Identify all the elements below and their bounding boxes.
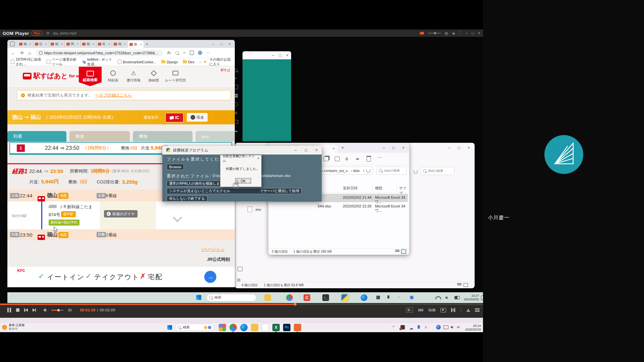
taskbar-clipchamp-icon[interactable]: C <box>304 294 310 301</box>
explorer-back-maximize-button[interactable]: □ <box>458 145 460 150</box>
tab-close-icon[interactable]: × <box>29 42 31 46</box>
browser-tab[interactable]: 福山× <box>17 41 33 47</box>
eject-icon[interactable]: ▲ <box>467 308 470 312</box>
rename-icon[interactable]: A̲ <box>345 157 348 161</box>
tray-clock[interactable]: 22:27 2023/02/02 <box>463 294 479 301</box>
vr360-button[interactable]: 360 <box>418 308 424 312</box>
explorer-back-minimize-button[interactable]: – <box>448 145 450 150</box>
dialog-maximize-button[interactable]: □ <box>305 148 307 153</box>
ekispert-logo-text[interactable]: 駅すぱあと <box>34 71 68 80</box>
tray-app-icon[interactable] <box>400 325 405 329</box>
tab-close-icon[interactable]: × <box>92 42 94 46</box>
overflow-chevron-icon[interactable]: › <box>200 60 201 64</box>
playlist-icon[interactable] <box>475 308 480 312</box>
tab-close-icon[interactable]: × <box>333 146 335 150</box>
favorite-star-icon[interactable]: ☆ <box>183 51 186 55</box>
browser-tab[interactable]: 広島× <box>33 41 49 47</box>
tab-transfer[interactable]: 乗換 <box>133 131 193 142</box>
explorer-search-box[interactable]: dataの検索 <box>376 167 407 175</box>
nav-route-search[interactable]: 経路検索 <box>79 67 102 86</box>
other-favorites-label[interactable]: その他のお気に入り <box>209 57 231 67</box>
column-date[interactable]: 更新日時 <box>343 186 358 191</box>
cash-fare-button[interactable]: 現金 <box>187 113 208 122</box>
maximize-button[interactable]: □ <box>472 31 474 35</box>
pause-button[interactable] <box>7 308 11 312</box>
tab-close-icon[interactable]: × <box>140 43 142 46</box>
sidebar-plus-icon[interactable]: + <box>234 77 237 80</box>
teal-maximize-button[interactable]: □ <box>279 53 281 58</box>
tray-chevron-icon[interactable]: ^ <box>392 325 394 329</box>
start-button[interactable] <box>167 325 172 330</box>
taskbar-search[interactable]: 検索 <box>175 324 214 331</box>
completion-popup[interactable]: 自動交通費計算システム × 作業が終了しました。 OK <box>220 155 262 187</box>
large-icons-view-icon[interactable] <box>464 283 468 287</box>
taskbar-gom-icon[interactable] <box>294 324 301 331</box>
taskbar-python-icon[interactable] <box>341 294 348 301</box>
large-icons-view-icon[interactable] <box>401 250 406 253</box>
explorer-back-panel-icon[interactable] <box>237 267 243 271</box>
kfc-banner[interactable]: KFC ✓ イートイン ✓ テイクアウト ✗ 宅配 → <box>7 267 235 287</box>
taskbar-photoshop-icon[interactable]: Ps <box>283 324 290 331</box>
tray-sync-icon[interactable]: ⇄ <box>457 325 460 329</box>
tray-teams-icon[interactable] <box>376 296 380 299</box>
tab-arrival[interactable]: 到着 <box>7 131 66 142</box>
back-icon[interactable]: ← <box>11 50 15 56</box>
nav-route-lab[interactable]: ルート研究所 <box>164 69 187 83</box>
reader-icon[interactable]: A) <box>167 51 171 55</box>
timetable-button[interactable]: ▶前後のダイヤ <box>104 210 138 218</box>
seekbar-handle[interactable] <box>294 303 297 306</box>
more-options-icon[interactable]: ⋯ <box>377 155 382 160</box>
taskbar-edge-icon[interactable] <box>240 324 248 331</box>
explorer-close-button[interactable]: × <box>402 145 405 150</box>
departure-station[interactable]: 徳山 <box>47 192 58 199</box>
zoom-icon[interactable] <box>175 51 179 55</box>
mini-slider[interactable] <box>428 33 441 34</box>
delete-icon[interactable] <box>367 156 371 162</box>
tab-close-icon[interactable]: × <box>45 42 47 46</box>
fullscreen-icon[interactable]: ⛶ <box>459 31 462 35</box>
browser-tab-active[interactable]: 徳山× <box>128 41 144 48</box>
help-link[interactable]: ヘルプ詳細はこちら <box>95 93 132 98</box>
breadcrumb[interactable]: « compare_rpa_v... › data ∨ <box>319 167 373 175</box>
taskbar-terminal-icon[interactable]: >_ <box>322 294 329 301</box>
popup-close-icon[interactable]: × <box>257 157 259 160</box>
gom-video-area[interactable]: – □ × + ⚙ ☁ – □ × <box>0 37 483 303</box>
tab-fare[interactable]: 料金 <box>69 131 130 142</box>
dialog-close-button[interactable]: × <box>315 148 318 153</box>
avatar[interactable] <box>198 51 202 55</box>
new-tab-icon[interactable]: + <box>146 42 148 47</box>
taskbar-search[interactable]: 検索 <box>207 294 256 301</box>
taskbar-folder-icon[interactable] <box>251 324 258 331</box>
table-row[interactable]: 544.xlsx 2023/02/02 22:26 Microsoft Exce… <box>270 202 408 211</box>
bookmark-item[interactable]: 1970年代に録音され... <box>11 57 42 67</box>
more-options-icon[interactable]: ⋯ <box>206 51 210 55</box>
copy-icon[interactable] <box>324 157 329 161</box>
tray-mic-icon[interactable] <box>387 295 389 299</box>
explorer-back-search-box[interactable]: distの検索 <box>420 167 454 175</box>
snapshot-icon[interactable] <box>440 308 446 312</box>
bookmark-item[interactable]: Django <box>161 60 178 64</box>
tab-list-icon[interactable] <box>10 42 15 46</box>
tray-volume-icon[interactable]: ) <box>450 325 453 328</box>
browser-minimize-button[interactable]: – <box>212 42 214 46</box>
browser-tab[interactable]: 福山× <box>49 41 65 47</box>
bookmark-item[interactable]: Dev <box>183 60 195 64</box>
browser-tab[interactable]: 福山× <box>80 41 96 47</box>
minimize-button[interactable]: – <box>466 31 468 36</box>
tab-close-icon[interactable]: × <box>108 42 110 46</box>
tray-wifi-icon[interactable] <box>435 296 441 299</box>
taskbar-chrome-icon[interactable] <box>286 294 293 301</box>
browse-button[interactable]: Browse <box>167 164 184 170</box>
browser-tab[interactable]: 福山× <box>112 41 128 47</box>
tray-a-icon[interactable]: A <box>425 325 427 329</box>
nav-operation-info[interactable]: ⚠ 運行情報 <box>123 69 144 83</box>
teal-close-button[interactable]: × <box>286 53 288 58</box>
tray-x-icon[interactable]: × <box>398 295 400 299</box>
tray-chevron-icon[interactable]: ^ <box>366 295 367 299</box>
tray-mic-icon[interactable] <box>418 325 420 329</box>
file-item-env[interactable]: .env <box>248 206 261 212</box>
browser-tab[interactable]: 名古× <box>96 41 112 47</box>
scroll-down-icon[interactable] <box>173 213 182 222</box>
taskbar-excel-icon[interactable]: X <box>272 324 280 331</box>
column-type[interactable]: 種類 <box>375 186 382 191</box>
